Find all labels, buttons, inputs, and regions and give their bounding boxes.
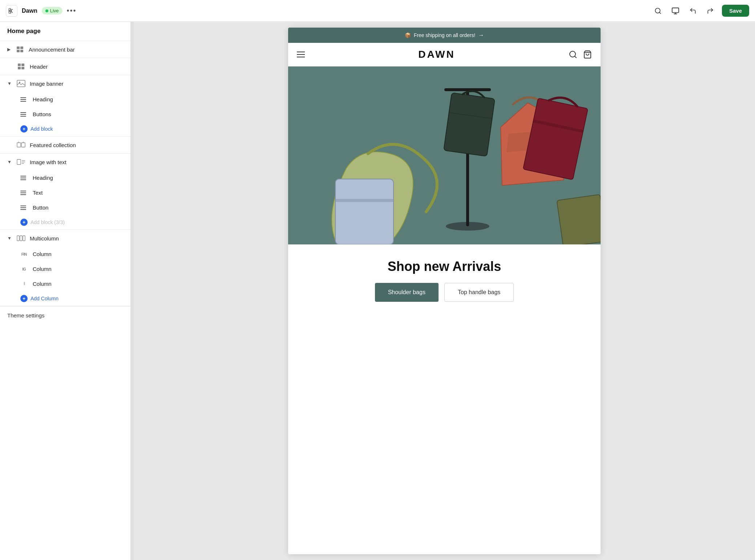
column3-icon: ⌇ [20, 281, 28, 286]
theme-settings-link[interactable]: Theme settings [0, 306, 130, 324]
svg-line-19 [575, 56, 576, 58]
sidebar-item-announcement-bar[interactable]: ▶ Announcement bar [0, 41, 130, 58]
cart-icon [583, 50, 592, 59]
column1-icon: FIN [20, 252, 28, 256]
lines-icon [20, 206, 26, 210]
svg-rect-23 [444, 88, 491, 91]
announcement-arrow: → [478, 32, 484, 38]
sidebar-item-column-1[interactable]: FIN Column [0, 247, 130, 261]
plus-circle-icon: + [20, 125, 28, 133]
preview-area: 📦 Free shipping on all orders! → DAWN [134, 22, 755, 560]
sidebar-section-multicolumn: ▼ Multicolumn FIN Column IG Column ⌇ Col… [0, 230, 130, 306]
collection-title: Shop new Arrivals [297, 259, 592, 274]
announcement-bar-icon [15, 45, 25, 53]
add-column-button[interactable]: + Add Column [0, 291, 130, 306]
multicolumn-icon [16, 234, 26, 242]
live-badge: Live [42, 7, 62, 15]
svg-rect-11 [17, 159, 21, 165]
sidebar-item-column-2[interactable]: IG Column [0, 261, 130, 276]
featured-collection-icon [16, 141, 26, 149]
svg-rect-10 [21, 143, 25, 147]
back-button[interactable] [6, 5, 17, 17]
image-banner-icon [16, 80, 26, 88]
topbar: Dawn Live ••• Save [0, 0, 755, 22]
monitor-button[interactable] [670, 5, 681, 17]
preview-collection-section: Shop new Arrivals Shoulder bags Top hand… [288, 244, 601, 313]
search-button[interactable] [652, 5, 664, 17]
live-label: Live [50, 8, 59, 13]
svg-rect-4 [672, 8, 679, 12]
sidebar-item-image-with-text-heading[interactable]: Heading [0, 170, 130, 185]
multicolumn-label: Multicolumn [30, 235, 59, 242]
sidebar-section-image-with-text: ▼ Image with text Heading Text Button + [0, 154, 130, 230]
sidebar-item-column-3[interactable]: ⌇ Column [0, 276, 130, 291]
column1-label: Column [33, 251, 52, 257]
sidebar-item-header[interactable]: Header [0, 58, 130, 75]
svg-rect-9 [17, 143, 21, 147]
announcement-bar-label: Announcement bar [29, 46, 75, 53]
add-column-label: Add Column [31, 296, 58, 301]
image-with-text-icon [16, 158, 26, 166]
preview-hero-image [288, 66, 601, 244]
sidebar-title: Home page [0, 22, 130, 41]
svg-rect-16 [20, 236, 22, 241]
store-name-label: Dawn [22, 8, 37, 14]
sidebar-item-image-with-text-button[interactable]: Button [0, 200, 130, 215]
buttons-label: Buttons [33, 111, 51, 117]
featured-collection-label: Featured collection [30, 142, 76, 148]
header-icon [16, 62, 26, 70]
sidebar-resize-handle[interactable] [131, 22, 134, 560]
live-indicator [45, 9, 48, 12]
sidebar-item-multicolumn[interactable]: ▼ Multicolumn [0, 230, 130, 247]
top-handle-bags-button[interactable]: Top handle bags [444, 283, 514, 302]
button-label: Button [33, 204, 48, 211]
topbar-right: Save [652, 5, 749, 17]
add-block-button-image-banner[interactable]: + Add block [0, 122, 130, 136]
svg-rect-37 [557, 194, 601, 244]
redo-button[interactable] [704, 5, 716, 17]
sidebar-section-announcement-bar: ▶ Announcement bar [0, 41, 130, 58]
svg-rect-17 [23, 236, 25, 241]
svg-line-3 [659, 12, 661, 13]
sidebar-section-image-banner: ▼ Image banner Heading Buttons + Add blo… [0, 75, 130, 137]
svg-rect-25 [444, 93, 495, 156]
sidebar-section-featured-collection: Featured collection [0, 137, 130, 154]
text-label: Text [33, 190, 43, 196]
preview-announcement-bar: 📦 Free shipping on all orders! → [288, 28, 601, 43]
sidebar-item-image-banner-buttons[interactable]: Buttons [0, 107, 130, 122]
collection-buttons: Shoulder bags Top handle bags [297, 283, 592, 302]
sidebar-item-image-banner-heading[interactable]: Heading [0, 92, 130, 107]
svg-rect-7 [17, 80, 25, 87]
add-block-button-image-with-text-disabled: + Add block (3/3) [0, 215, 130, 230]
undo-button[interactable] [687, 5, 699, 17]
shoulder-bags-button[interactable]: Shoulder bags [375, 283, 439, 302]
plus-circle-icon: + [20, 295, 28, 302]
lines-icon [20, 176, 26, 180]
preview-store-header: DAWN [288, 43, 601, 66]
hero-bags-illustration [288, 66, 601, 244]
sidebar-item-featured-collection[interactable]: Featured collection [0, 137, 130, 153]
header-label: Header [30, 64, 48, 70]
chevron-down-icon: ▼ [7, 159, 12, 165]
sidebar-item-image-banner[interactable]: ▼ Image banner [0, 75, 130, 92]
add-block-disabled-label: Add block (3/3) [31, 219, 65, 225]
column2-label: Column [33, 266, 52, 272]
column3-label: Column [33, 281, 52, 287]
more-options-button[interactable]: ••• [67, 7, 77, 15]
hamburger-menu-icon [297, 52, 305, 57]
image-with-text-label: Image with text [30, 159, 66, 165]
announcement-emoji: 📦 [405, 32, 411, 38]
lines-icon [20, 112, 26, 117]
sidebar-item-image-with-text[interactable]: ▼ Image with text [0, 154, 130, 170]
save-button[interactable]: Save [722, 5, 749, 17]
svg-rect-36 [335, 199, 393, 202]
main-layout: Home page ▶ Announcement bar Header [0, 22, 755, 560]
sidebar-item-image-with-text-text[interactable]: Text [0, 185, 130, 200]
column2-icon: IG [20, 267, 28, 271]
topbar-left: Dawn Live ••• [6, 5, 77, 17]
svg-rect-34 [335, 179, 393, 244]
sidebar: Home page ▶ Announcement bar Header [0, 22, 131, 560]
chevron-right-icon: ▶ [7, 47, 11, 52]
search-icon [569, 50, 577, 59]
image-banner-label: Image banner [30, 81, 64, 87]
